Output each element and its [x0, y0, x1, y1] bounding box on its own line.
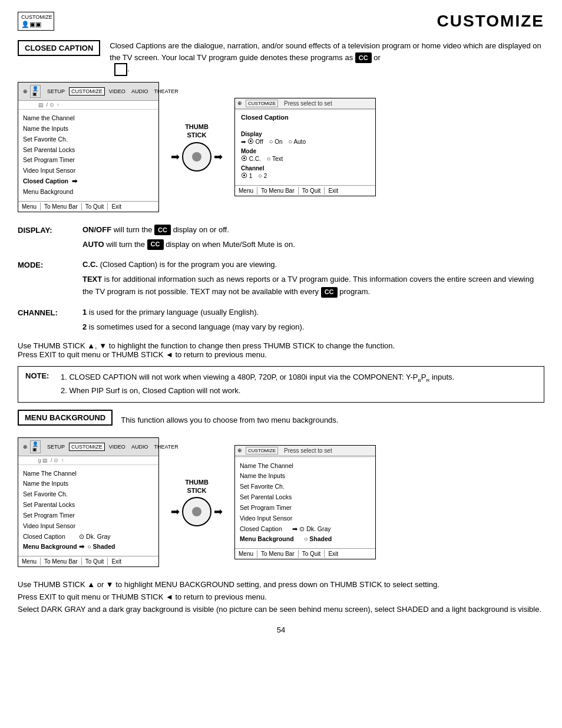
note-box: NOTE: 1. CLOSED CAPTION will not work wh…	[18, 366, 544, 402]
cc-badge-display: CC	[154, 225, 171, 235]
menu-background-description: This function allows you to choose from …	[121, 416, 338, 424]
diagrams-row-1: ⊕ 👤▣ SETUP CUSTOMIZE VIDEO AUDIO THEATER…	[18, 82, 544, 212]
page-number: 54	[18, 625, 544, 634]
left-tv-diagram-2: ⊕ 👤▣ SETUP CUSTOMIZE VIDEO AUDIO THEATER…	[18, 437, 159, 568]
tv-menubar-2: ⊕ 👤▣ SETUP CUSTOMIZE VIDEO AUDIO THEATER	[18, 438, 158, 456]
right-tv-footer-2: Menu To Menu Bar To Quit Exit	[235, 548, 375, 559]
cc-badge-mode: CC	[321, 287, 338, 298]
customize-icon: CUSTOMIZE 👤▣▣	[18, 12, 54, 31]
square-symbol	[114, 63, 127, 76]
right-tv-diagram-2: ⊕ CUSTOMIZE Press select to set Name The…	[234, 445, 376, 560]
tv-menubar-1: ⊕ 👤▣ SETUP CUSTOMIZE VIDEO AUDIO THEATER	[18, 83, 158, 101]
page-header: CUSTOMIZE 👤▣▣ CUSTOMIZE	[18, 12, 544, 31]
page-title: CUSTOMIZE	[437, 12, 544, 31]
cc-badge-auto: CC	[147, 239, 164, 250]
right-tv-screen-1: ⊕ CUSTOMIZE Press select to set Closed C…	[234, 98, 376, 196]
menu-background-label: MENU BACKGROUND	[18, 410, 113, 426]
closed-caption-description: Closed Captions are the dialogue, narrat…	[110, 40, 544, 76]
diagrams-row-2: ⊕ 👤▣ SETUP CUSTOMIZE VIDEO AUDIO THEATER…	[18, 437, 544, 568]
thumb-stick-2: THUMB STICK ➡ ➡	[171, 478, 223, 527]
right-tv-screen-2: ⊕ CUSTOMIZE Press select to set Name The…	[234, 445, 376, 560]
left-tv-screen-1: ⊕ 👤▣ SETUP CUSTOMIZE VIDEO AUDIO THEATER…	[18, 82, 159, 212]
thumb-stick-circle-2	[182, 497, 211, 526]
thumb-instructions-2: Use THUMB STICK ▲ or ▼ to highlight MENU…	[18, 579, 544, 615]
left-tv-diagram-1: ⊕ 👤▣ SETUP CUSTOMIZE VIDEO AUDIO THEATER…	[18, 82, 159, 212]
tv-footer-2: Menu To Menu Bar To Quit Exit	[18, 556, 158, 566]
thumb-instructions-1: Use THUMB STICK ▲, ▼ to highlight the fu…	[18, 341, 544, 359]
display-section: DISPLAY: ON/OFF will turn the CC display…	[18, 224, 544, 253]
tv-footer-1: Menu To Menu Bar To Quit Exit	[18, 201, 158, 212]
left-tv-screen-2: ⊕ 👤▣ SETUP CUSTOMIZE VIDEO AUDIO THEATER…	[18, 437, 159, 568]
right-tv-diagram-1: ⊕ CUSTOMIZE Press select to set Closed C…	[234, 98, 376, 196]
right-tv-footer-1: Menu To Menu Bar To Quit Exit	[235, 185, 375, 196]
channel-section: CHANNEL: 1 is used for the primary langu…	[18, 307, 544, 336]
menu-background-header: MENU BACKGROUND This function allows you…	[18, 410, 544, 430]
mode-section: MODE: C.C. (Closed Caption) is for the p…	[18, 259, 544, 300]
cc-badge-1: CC	[355, 52, 372, 63]
thumb-stick-1: THUMB STICK ➡ ➡	[171, 123, 223, 172]
thumb-stick-circle-1	[182, 142, 211, 172]
closed-caption-label: CLOSED CAPTION	[18, 40, 100, 56]
